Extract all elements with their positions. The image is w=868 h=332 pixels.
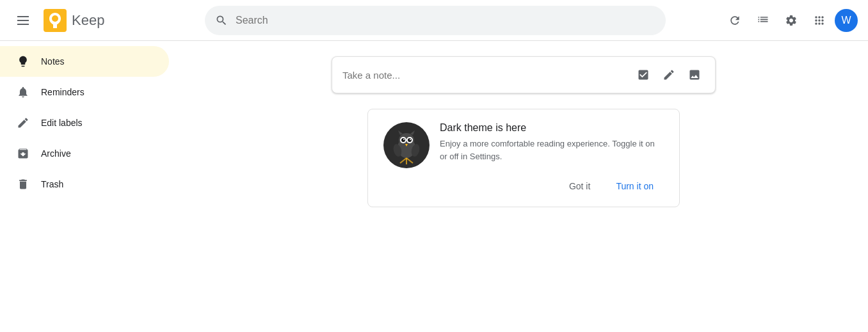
promo-illustration bbox=[383, 122, 430, 168]
sidebar-item-reminders[interactable]: Reminders bbox=[0, 77, 169, 107]
note-input-area[interactable] bbox=[332, 56, 716, 93]
svg-rect-1 bbox=[17, 20, 29, 21]
promo-card: Dark theme is here Enjoy a more comforta… bbox=[367, 109, 680, 207]
header-right: W bbox=[722, 8, 858, 33]
search-input[interactable] bbox=[236, 15, 655, 26]
lightbulb-icon bbox=[15, 55, 31, 68]
apps-button[interactable] bbox=[807, 8, 832, 33]
svg-rect-0 bbox=[17, 16, 29, 17]
note-input-icons bbox=[633, 65, 705, 85]
list-view-button[interactable] bbox=[750, 8, 776, 33]
promo-card-top: Dark theme is here Enjoy a more comforta… bbox=[383, 122, 664, 168]
trash-icon bbox=[15, 178, 31, 191]
turn-it-on-button[interactable]: Turn it on bbox=[606, 176, 664, 196]
list-view-icon bbox=[757, 14, 769, 27]
draw-icon bbox=[663, 68, 675, 81]
promo-text-area: Dark theme is here Enjoy a more comforta… bbox=[440, 122, 664, 162]
sidebar-edit-labels-label: Edit labels bbox=[41, 118, 83, 128]
hamburger-button[interactable] bbox=[10, 8, 36, 33]
svg-point-14 bbox=[408, 138, 412, 142]
svg-point-16 bbox=[410, 139, 411, 140]
checkbox-icon bbox=[637, 68, 650, 81]
dark-theme-illustration bbox=[387, 126, 426, 164]
svg-point-13 bbox=[401, 138, 405, 142]
apps-icon bbox=[813, 14, 826, 27]
sidebar-item-archive[interactable]: Archive bbox=[0, 138, 169, 169]
sidebar-archive-label: Archive bbox=[41, 148, 71, 159]
settings-button[interactable] bbox=[778, 8, 804, 33]
svg-line-18 bbox=[400, 158, 406, 163]
pencil-icon bbox=[15, 116, 31, 129]
svg-marker-10 bbox=[410, 130, 415, 135]
svg-point-15 bbox=[403, 139, 405, 140]
refresh-button[interactable] bbox=[722, 8, 748, 33]
sidebar-notes-label: Notes bbox=[41, 56, 65, 67]
main-layout: Notes Reminders Edit labels bbox=[0, 41, 868, 332]
svg-marker-9 bbox=[398, 130, 403, 135]
promo-title: Dark theme is here bbox=[440, 122, 664, 134]
app-logo: Keep bbox=[44, 9, 104, 32]
sidebar-reminders-label: Reminders bbox=[41, 87, 84, 97]
svg-line-20 bbox=[406, 158, 413, 163]
sidebar-item-edit-labels[interactable]: Edit labels bbox=[0, 107, 169, 138]
sidebar-trash-label: Trash bbox=[41, 179, 63, 189]
sidebar-item-trash[interactable]: Trash bbox=[0, 169, 169, 200]
svg-rect-2 bbox=[17, 24, 29, 25]
avatar[interactable]: W bbox=[835, 9, 858, 32]
new-list-button[interactable] bbox=[633, 65, 654, 85]
keep-logo-icon bbox=[44, 9, 67, 32]
search-bar[interactable] bbox=[205, 6, 666, 35]
gear-icon bbox=[785, 14, 798, 27]
app-header: Keep bbox=[0, 0, 868, 41]
bell-icon bbox=[15, 86, 31, 99]
refresh-icon bbox=[728, 14, 741, 27]
new-drawing-button[interactable] bbox=[659, 65, 679, 85]
promo-description: Enjoy a more comfortable reading experie… bbox=[440, 138, 664, 162]
header-left: Keep bbox=[10, 8, 177, 33]
main-content: Dark theme is here Enjoy a more comforta… bbox=[179, 41, 868, 332]
got-it-button[interactable]: Got it bbox=[559, 176, 600, 196]
sidebar-item-notes[interactable]: Notes bbox=[0, 46, 169, 77]
sidebar: Notes Reminders Edit labels bbox=[0, 41, 179, 332]
new-image-button[interactable] bbox=[684, 65, 705, 85]
app-name: Keep bbox=[72, 12, 104, 29]
note-input[interactable] bbox=[342, 70, 628, 81]
archive-icon bbox=[15, 147, 31, 160]
promo-actions: Got it Turn it on bbox=[383, 176, 664, 196]
image-icon bbox=[688, 68, 701, 81]
svg-point-4 bbox=[52, 15, 58, 22]
search-icon bbox=[215, 14, 228, 27]
